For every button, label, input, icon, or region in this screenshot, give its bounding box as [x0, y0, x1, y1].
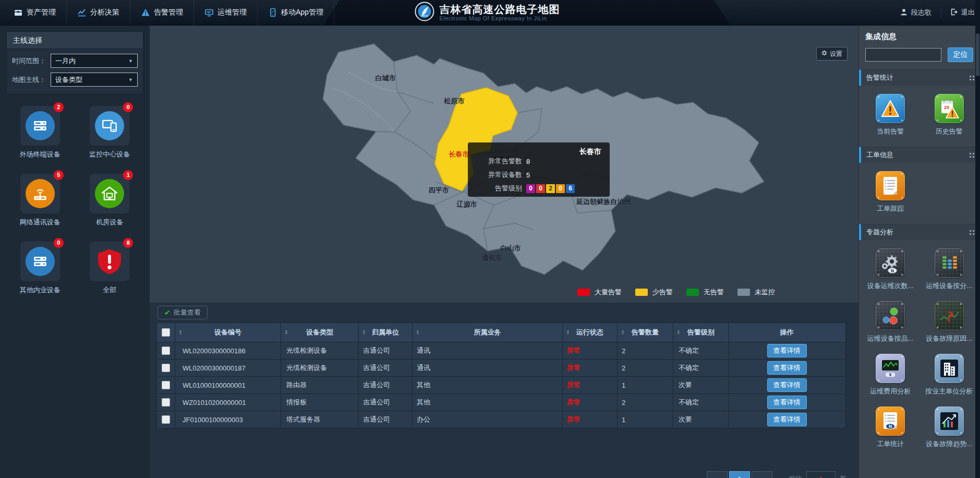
sort-icon[interactable]: ▲▼	[179, 330, 182, 335]
sort-icon[interactable]: ▲▼	[416, 330, 419, 335]
col-alarm-count[interactable]: ▲▼告警数量	[618, 323, 673, 342]
menu-alarm-management[interactable]: 告警管理	[130, 0, 194, 25]
integration-search-input[interactable]	[865, 48, 941, 62]
col-biz[interactable]: ▲▼所属业务	[413, 323, 563, 342]
city-label-highlighted[interactable]: 长春市	[449, 150, 469, 159]
device-table: ▲▼设备编号 ▲▼设备类型 ▲▼归属单位 ▲▼所属业务 ▲▼运行状态 ▲▼告警数…	[156, 322, 846, 428]
app-root: 资产管理 分析决策 告警管理 运维管理 移动App管理 吉林省高速公路电子	[0, 0, 980, 478]
locate-button[interactable]: 定位	[948, 47, 973, 62]
city-label[interactable]: 白山市	[501, 244, 521, 253]
shortcut-current-alarm[interactable]: 当前告警	[863, 94, 918, 136]
shortcut-workorder-stats[interactable]: N 工单统计	[863, 407, 918, 449]
view-detail-button[interactable]: 查看详情	[767, 396, 807, 409]
row-checkbox[interactable]	[162, 346, 170, 355]
shortcut-ops-device-by-class[interactable]: 运维设备按分...	[922, 248, 977, 291]
shortcut-device-ops-count[interactable]: N 设备运维次数...	[863, 248, 918, 291]
col-device-code[interactable]: ▲▼设备编号	[175, 323, 281, 342]
svg-text:?: ?	[945, 308, 954, 325]
view-detail-button[interactable]: 查看详情	[767, 378, 807, 392]
menu-label: 资产管理	[27, 8, 56, 17]
row-checkbox[interactable]	[162, 415, 170, 424]
city-label[interactable]: 延边朝鲜族自治州	[576, 197, 631, 207]
integration-title: 集成信息	[865, 32, 974, 42]
shortcut-by-owner-unit[interactable]: 按业主单位分析	[922, 354, 977, 396]
view-detail-button[interactable]: 查看详情	[767, 344, 807, 357]
current-page-button[interactable]: 1	[729, 471, 750, 478]
mainline-panel-title: 主线选择	[7, 32, 143, 49]
section-workorder-info[interactable]: 工单信息	[859, 147, 980, 163]
drag-handle-icon[interactable]	[970, 76, 974, 80]
cell-alarm-level: 次要	[673, 411, 729, 428]
col-device-type[interactable]: ▲▼设备类型	[281, 323, 359, 342]
city-label[interactable]: 四平市	[429, 186, 449, 195]
drag-handle-icon[interactable]	[970, 153, 974, 158]
page-scrollbar[interactable]	[975, 0, 980, 478]
time-range-label: 时间范围：	[12, 56, 51, 66]
row-checkbox[interactable]	[162, 364, 170, 372]
svg-text:N: N	[889, 424, 892, 429]
scrollbar-thumb[interactable]	[976, 33, 979, 76]
logout-icon	[950, 8, 958, 18]
goto-label: 前往	[789, 474, 802, 478]
province-map[interactable]: 白城市 松原市 长春市 吉林市 四平市 辽源市 延边朝鲜族自治州 白山市 通化市…	[150, 25, 858, 303]
view-detail-button[interactable]: 查看详情	[767, 361, 807, 375]
shortcut-workorder-track[interactable]: 工单跟踪	[863, 171, 918, 213]
select-all-checkbox[interactable]	[162, 328, 170, 337]
shortcut-fault-reason[interactable]: ? 设备故障原因...	[922, 301, 977, 343]
city-label[interactable]: 通化市	[482, 254, 502, 263]
cell-alarm-count: 2	[618, 394, 673, 411]
device-type-machine-room[interactable]: 1 机房设备	[78, 174, 141, 227]
logout-button[interactable]: 退出	[941, 8, 975, 18]
device-type-label: 其他内业设备	[9, 285, 71, 295]
goto-page-input[interactable]: 1	[806, 471, 836, 478]
city-label[interactable]: 松原市	[444, 97, 465, 106]
shortcut-fault-trend[interactable]: 设备故障趋势...	[922, 407, 977, 449]
cell-status: 异常	[563, 342, 618, 359]
section-topic-analysis[interactable]: 专题分析	[859, 224, 980, 240]
map-mainline-select[interactable]: 设备类型 ▼	[51, 73, 138, 87]
menu-ops-management[interactable]: 运维管理	[194, 0, 258, 25]
menu-analysis-decision[interactable]: 分析决策	[67, 0, 130, 25]
shortcut-ops-device-by-brand[interactable]: 运维设备按品...	[863, 301, 918, 343]
shortcut-ops-cost-analysis[interactable]: ¥ 运维费用分析	[863, 354, 918, 396]
city-label[interactable]: 辽源市	[457, 200, 477, 209]
sort-icon[interactable]: ▲▼	[621, 330, 624, 335]
next-page-button[interactable]: ›	[752, 471, 772, 478]
shortcut-history-alarm[interactable]: 20 历史告警	[922, 94, 977, 136]
user-menu[interactable]: 段志歌	[900, 8, 931, 18]
badge-count: 5	[54, 170, 64, 180]
city-label[interactable]: 白城市	[376, 74, 396, 83]
device-type-other-indoor[interactable]: 0 其他内业设备	[9, 242, 71, 295]
row-checkbox[interactable]	[162, 398, 170, 407]
device-type-network-comm[interactable]: 5 网络通讯设备	[9, 174, 71, 227]
time-range-select[interactable]: 一月内 ▼	[51, 54, 138, 68]
menu-mobile-app[interactable]: 移动App管理	[258, 0, 334, 25]
prev-page-button[interactable]: ‹	[707, 471, 728, 478]
col-alarm-level[interactable]: ▲▼告警级别	[673, 323, 729, 342]
cell-device-code: WL01000100000001	[175, 377, 281, 393]
sort-icon[interactable]: ▲▼	[566, 330, 570, 335]
sort-icon[interactable]: ▲▼	[677, 330, 680, 335]
col-status[interactable]: ▲▼运行状态	[563, 323, 618, 342]
menu-label: 运维管理	[217, 8, 247, 17]
row-checkbox[interactable]	[162, 381, 170, 389]
drag-handle-icon[interactable]	[970, 230, 974, 235]
col-org[interactable]: ▲▼归属单位	[359, 323, 413, 342]
table-row: WL02000300000187 光缆检测设备 吉通公司 通讯 异常 2 不确定…	[157, 359, 845, 376]
device-type-all[interactable]: 8 全部	[78, 242, 141, 295]
view-detail-button[interactable]: 查看详情	[767, 413, 807, 426]
batch-view-button[interactable]: ✔ 批量查看	[158, 306, 208, 319]
app-brand: 吉林省高速公路电子地图 Electronic Map Of Expressway…	[414, 0, 560, 25]
badge-count: 0	[123, 102, 133, 112]
sort-icon[interactable]: ▲▼	[285, 330, 288, 335]
sort-icon[interactable]: ▲▼	[362, 330, 366, 335]
warning-triangle-icon	[141, 8, 150, 17]
menu-asset-management[interactable]: 资产管理	[3, 0, 67, 25]
table-row: WL01000100000001 路由器 吉通公司 其他 异常 1 次要 查看详…	[157, 376, 845, 393]
device-type-outfield[interactable]: 2 外场终端设备	[9, 106, 71, 159]
map-settings-button[interactable]: 设置	[816, 47, 848, 61]
section-alarm-stats[interactable]: 告警统计	[859, 69, 980, 86]
device-type-monitor-center[interactable]: 0 监控中心设备	[78, 106, 141, 159]
table-row: JF01000100000003 塔式服务器 吉通公司 办公 异常 1 次要 查…	[157, 411, 845, 428]
level-box: 0	[526, 184, 535, 193]
